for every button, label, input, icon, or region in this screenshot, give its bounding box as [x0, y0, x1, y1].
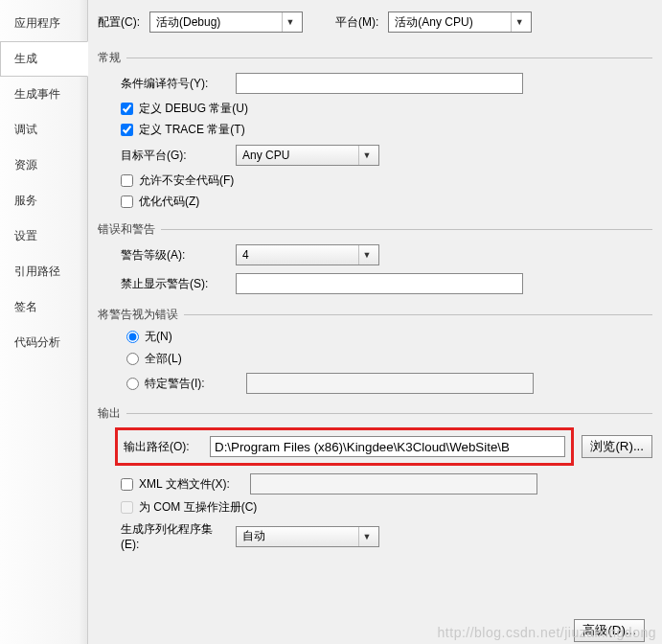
- define-debug-checkbox[interactable]: [121, 103, 133, 115]
- xml-doc-input: [250, 473, 537, 494]
- treat-specific-label: 特定警告(I):: [145, 376, 240, 392]
- sidebar-item-application[interactable]: 应用程序: [0, 6, 87, 41]
- output-path-label: 输出路径(O):: [124, 439, 210, 455]
- define-trace-label: 定义 TRACE 常量(T): [139, 122, 245, 138]
- sidebar: 应用程序 生成 生成事件 调试 资源 服务 设置 引用路径 签名 代码分析: [0, 0, 88, 644]
- treat-none-label: 无(N): [145, 329, 172, 345]
- warn-level-dropdown[interactable]: 4 ▼: [236, 244, 379, 265]
- browse-button[interactable]: 浏览(R)...: [582, 435, 652, 458]
- sidebar-item-resources[interactable]: 资源: [0, 148, 87, 183]
- config-dropdown[interactable]: 活动(Debug) ▼: [149, 12, 303, 33]
- sidebar-item-build[interactable]: 生成: [0, 41, 88, 77]
- chevron-down-icon: ▼: [282, 12, 298, 32]
- com-interop-checkbox: [121, 501, 133, 514]
- main-panel: 配置(C): 活动(Debug) ▼ 平台(M): 活动(Any CPU) ▼ …: [88, 0, 662, 644]
- chevron-down-icon: ▼: [511, 12, 527, 32]
- cond-symbol-input[interactable]: [236, 73, 523, 94]
- sidebar-item-settings[interactable]: 设置: [0, 218, 87, 254]
- optimize-label: 优化代码(Z): [139, 194, 199, 210]
- serialization-label: 生成序列化程序集(E):: [121, 521, 236, 551]
- sidebar-item-services[interactable]: 服务: [0, 183, 87, 218]
- config-label: 配置(C):: [98, 14, 140, 31]
- group-treat-header: 将警告视为错误: [98, 307, 652, 323]
- target-platform-dropdown[interactable]: Any CPU ▼: [236, 145, 379, 166]
- sidebar-item-signing[interactable]: 签名: [0, 289, 87, 325]
- allow-unsafe-label: 允许不安全代码(F): [139, 172, 234, 189]
- xml-doc-label: XML 文档文件(X):: [139, 476, 244, 493]
- sidebar-item-reference-paths[interactable]: 引用路径: [0, 254, 87, 289]
- com-interop-label: 为 COM 互操作注册(C): [139, 499, 257, 516]
- group-output-header: 输出: [98, 405, 652, 422]
- platform-label: 平台(M):: [335, 14, 378, 31]
- sidebar-item-debug[interactable]: 调试: [0, 112, 87, 148]
- xml-doc-checkbox[interactable]: [121, 478, 133, 491]
- platform-value: 活动(Any CPU): [395, 14, 472, 31]
- suppress-warn-input[interactable]: [236, 273, 523, 294]
- sidebar-item-code-analysis[interactable]: 代码分析: [0, 325, 87, 360]
- treat-none-radio[interactable]: [126, 331, 139, 343]
- target-platform-label: 目标平台(G):: [121, 148, 236, 164]
- group-general-header: 常规: [98, 50, 652, 66]
- sidebar-item-build-events[interactable]: 生成事件: [0, 77, 87, 112]
- optimize-checkbox[interactable]: [121, 196, 133, 208]
- chevron-down-icon: ▼: [358, 146, 375, 165]
- allow-unsafe-checkbox[interactable]: [121, 174, 133, 187]
- output-path-highlight: 输出路径(O):: [115, 427, 574, 466]
- chevron-down-icon: ▼: [358, 527, 375, 546]
- advanced-button[interactable]: 高级(D)...: [574, 619, 645, 642]
- config-value: 活动(Debug): [156, 14, 220, 31]
- chevron-down-icon: ▼: [358, 245, 375, 264]
- define-trace-checkbox[interactable]: [121, 124, 133, 136]
- cond-symbol-label: 条件编译符号(Y):: [121, 76, 236, 92]
- serialization-dropdown[interactable]: 自动 ▼: [236, 526, 379, 547]
- group-errors-header: 错误和警告: [98, 221, 652, 238]
- warn-level-label: 警告等级(A):: [121, 247, 236, 264]
- config-platform-row: 配置(C): 活动(Debug) ▼ 平台(M): 活动(Any CPU) ▼: [98, 12, 652, 33]
- treat-all-label: 全部(L): [145, 351, 182, 367]
- treat-specific-radio[interactable]: [126, 378, 139, 390]
- suppress-warn-label: 禁止显示警告(S):: [121, 276, 236, 292]
- platform-dropdown[interactable]: 活动(Any CPU) ▼: [388, 12, 532, 33]
- serialization-value: 自动: [242, 528, 265, 544]
- warn-level-value: 4: [242, 248, 249, 262]
- output-path-input[interactable]: [210, 436, 565, 457]
- treat-all-radio[interactable]: [126, 353, 139, 365]
- define-debug-label: 定义 DEBUG 常量(U): [139, 101, 248, 117]
- target-platform-value: Any CPU: [242, 149, 289, 162]
- treat-specific-input: [246, 373, 534, 394]
